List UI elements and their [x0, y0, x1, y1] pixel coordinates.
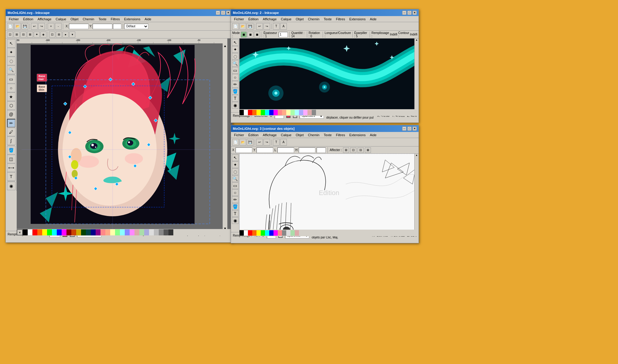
- y-input-3[interactable]: 0.000: [256, 147, 273, 153]
- menu-calque-1[interactable]: Calque: [54, 17, 68, 22]
- minimize-btn-2[interactable]: ─: [402, 11, 406, 15]
- scroll-up-2[interactable]: ▲: [415, 39, 419, 41]
- menu-affichage-3[interactable]: Affichage: [261, 133, 279, 137]
- p3-7[interactable]: [269, 230, 273, 236]
- t2-bucket[interactable]: 🪣: [232, 88, 239, 95]
- mode-btn-2[interactable]: ◼: [247, 32, 253, 38]
- t2-circle[interactable]: ○: [232, 74, 239, 81]
- t3-circle[interactable]: ○: [232, 189, 239, 196]
- align-btn-1[interactable]: ⊡: [49, 32, 55, 38]
- menu-aide-3[interactable]: Aide: [368, 133, 378, 137]
- swatch-4[interactable]: [42, 229, 47, 235]
- tb2-3[interactable]: 💾: [247, 23, 253, 30]
- p2-9[interactable]: [278, 110, 282, 115]
- tb3-4[interactable]: ↩: [256, 139, 263, 146]
- swatch-24[interactable]: [139, 229, 144, 235]
- scroll-up-3[interactable]: ▲: [415, 154, 419, 157]
- menu-calque-3[interactable]: Calque: [279, 133, 293, 137]
- new-btn[interactable]: 📄: [7, 23, 14, 30]
- p3-10[interactable]: [282, 230, 286, 236]
- tb3-2[interactable]: 📂: [239, 139, 246, 146]
- tool-calligraphy[interactable]: ∫: [7, 136, 15, 145]
- t3-rect[interactable]: ▭: [232, 182, 239, 189]
- tool-node[interactable]: ✦: [7, 48, 15, 56]
- save-btn[interactable]: 💾: [22, 23, 28, 30]
- tool-star[interactable]: ★: [7, 93, 15, 101]
- tb2-1[interactable]: 📄: [232, 23, 239, 30]
- t2-text[interactable]: T: [232, 95, 239, 102]
- p2-16[interactable]: [307, 110, 312, 115]
- menu-aide-1[interactable]: Aide: [143, 17, 153, 22]
- epaisseur-val-2[interactable]: [279, 32, 288, 37]
- p2-12[interactable]: [290, 110, 295, 115]
- p3-3[interactable]: [252, 230, 256, 236]
- t3-arrow[interactable]: ↖: [232, 154, 239, 161]
- p2-14[interactable]: [299, 110, 303, 115]
- tool-rect[interactable]: ▭: [7, 75, 15, 83]
- snap-btn-1[interactable]: ⊡: [7, 32, 13, 38]
- swatch-26[interactable]: [149, 229, 154, 235]
- node-btn-1[interactable]: ▸: [63, 32, 69, 38]
- t3-bucket[interactable]: 🪣: [232, 203, 239, 210]
- p2-5[interactable]: [261, 110, 265, 115]
- tool-pen[interactable]: 🖊: [7, 128, 15, 136]
- menu-texte-2[interactable]: Texte: [322, 17, 333, 22]
- t2-tweak[interactable]: ◌: [232, 53, 239, 60]
- tool-dropper[interactable]: ◉: [7, 182, 15, 190]
- menu-filtres-3[interactable]: Filtres: [334, 133, 347, 137]
- canvas-3[interactable]: Edition ▲ ▼: [239, 154, 419, 232]
- window-controls-1[interactable]: ─ □ ✕: [216, 11, 230, 15]
- menu-extensions-2[interactable]: Extensions: [348, 17, 368, 22]
- p3-0[interactable]: [239, 230, 244, 236]
- tb2-7[interactable]: A: [280, 23, 287, 30]
- redo-btn[interactable]: ↪: [38, 23, 45, 30]
- t3-tweak[interactable]: ◌: [232, 168, 239, 175]
- mode-btn-3[interactable]: ◼: [254, 32, 260, 38]
- minimize-btn-1[interactable]: ─: [216, 11, 220, 15]
- p3-5[interactable]: [261, 230, 265, 236]
- swatch-25[interactable]: [144, 229, 149, 235]
- swatch-13[interactable]: [86, 229, 91, 235]
- close-btn-3[interactable]: ✕: [413, 126, 417, 131]
- x-coord-input[interactable]: -3481.3: [69, 24, 89, 29]
- swatch-19[interactable]: [115, 229, 120, 235]
- swatch-7[interactable]: [57, 229, 62, 235]
- open-btn[interactable]: 📂: [14, 23, 21, 30]
- menu-edition-1[interactable]: Édition: [21, 17, 35, 22]
- swatch-0[interactable]: [23, 229, 28, 235]
- x-input-3[interactable]: 0.000: [236, 147, 252, 153]
- h-input-3[interactable]: 0.001: [299, 147, 315, 153]
- p2-3[interactable]: [252, 110, 256, 115]
- t3-zoom[interactable]: 🔍: [232, 175, 239, 182]
- zoom-in-btn[interactable]: +: [48, 23, 54, 30]
- swatch-21[interactable]: [125, 229, 130, 235]
- snap-btn-6[interactable]: ◈: [40, 32, 46, 38]
- p2-7[interactable]: [269, 110, 273, 115]
- t3-text[interactable]: T: [232, 210, 239, 217]
- menu-fichier-3[interactable]: Fichier: [232, 133, 246, 137]
- window-controls-2[interactable]: ─ □ ✕: [402, 11, 417, 15]
- t2-rect[interactable]: ▭: [232, 67, 239, 74]
- p2-1[interactable]: [244, 110, 248, 115]
- swatch-6[interactable]: [52, 229, 57, 235]
- swatch-12[interactable]: [81, 229, 86, 235]
- p2-10[interactable]: [282, 110, 286, 115]
- p2-0[interactable]: [239, 110, 244, 115]
- menu-filtres-2[interactable]: Filtres: [334, 17, 347, 22]
- swatch-18[interactable]: [110, 229, 115, 235]
- affecter-btn-4[interactable]: ⊠: [365, 147, 371, 153]
- undo-btn[interactable]: ↩: [31, 23, 38, 30]
- swatch-15[interactable]: [96, 229, 100, 235]
- menu-edition-3[interactable]: Édition: [246, 133, 260, 137]
- p2-6[interactable]: [265, 110, 269, 115]
- tool-gradient[interactable]: ◫: [7, 155, 15, 163]
- tb3-3[interactable]: 💾: [247, 139, 253, 146]
- scrollbar-v-3[interactable]: ▲ ▼: [414, 154, 419, 232]
- menu-calque-2[interactable]: Calque: [279, 17, 293, 22]
- swatch-23[interactable]: [134, 229, 139, 235]
- maximize-btn-1[interactable]: □: [221, 11, 225, 15]
- menu-texte-1[interactable]: Texte: [97, 17, 108, 22]
- tool-pencil[interactable]: ✏: [7, 119, 15, 127]
- canvas-2[interactable]: ▲ ▼: [239, 39, 419, 112]
- tool-circle[interactable]: ○: [7, 84, 15, 92]
